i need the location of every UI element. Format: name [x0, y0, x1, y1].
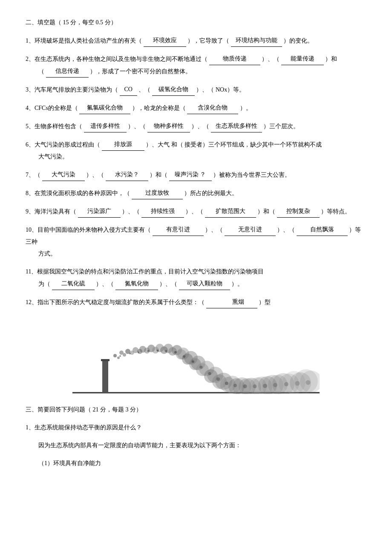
q6-continuation: 大气污染。 — [26, 151, 366, 163]
q7-text: 7、（ 大气污染 ）、（ 水污染？ ）和（ 噪声污染 ？ ）被称为当今世界三大公… — [26, 172, 291, 178]
q11-text: 11、根据我国空气污染的特点和污染防治工作的重点，目前计入空气污染指数的污染物项… — [26, 268, 264, 275]
s3q1-answer-text: 因为生态系统内部具有一定限度的自动调节能力，主要表现为以下两个方面： — [38, 442, 241, 449]
svg-point-60 — [216, 377, 220, 381]
section3-q1-sub1: （1）环境具有自净能力 — [38, 457, 366, 469]
question-6: 6、大气污染的形成过程由（ 排放源 ）、大气 和（ 接受者）三个环节组成，缺少其… — [26, 138, 366, 163]
svg-point-56 — [183, 355, 185, 358]
q5-text: 5、生物多样性包含（ 遗传多样性 ）、（ 物种多样性 ）、（ 生态系统多样性 ）… — [26, 123, 299, 129]
q1-text: 1、环境破坏是指人类社会活动产生的有关（ 环境效应 ），它导致了（ 环境结构与功… — [26, 37, 313, 44]
q10-text: 10、目前中国面临的外来物种入侵方式主要有（ 有意引进 ）、（ 无意引进 ）、（… — [26, 227, 361, 245]
svg-point-69 — [306, 380, 311, 385]
svg-point-66 — [273, 383, 277, 387]
svg-rect-1 — [102, 360, 108, 393]
question-11: 11、根据我国空气污染的特点和污染防治工作的重点，目前计入空气污染指数的污染物项… — [26, 266, 366, 290]
q2-continuation: （ 信息传递 ），形成了一个密不可分的自然整体。 — [26, 65, 366, 78]
svg-point-63 — [243, 385, 247, 388]
section2-title: 二、填空题（ 15 分，每空 0.5 分） — [26, 17, 366, 28]
svg-point-65 — [263, 384, 267, 388]
question-7: 7、（ 大气污染 ）、（ 水污染？ ）和（ 噪声污染 ？ ）被称为当今世界三大公… — [26, 169, 366, 181]
question-2: 2、在生态系统内，各种生物之间以及生物与非生物之间不断地通过（ 物质传递 ）、（… — [26, 53, 366, 78]
smoke-diagram-container — [72, 315, 320, 394]
svg-point-54 — [165, 350, 167, 352]
q10-continuation: 方式。 — [26, 248, 366, 260]
question-9: 9、海洋污染具有（ 污染源广 ）、（ 持续性强 ）、（ 扩散范围大 ）和（ 控制… — [26, 205, 366, 218]
svg-point-57 — [192, 360, 194, 363]
svg-point-50 — [129, 353, 131, 354]
q6-text: 6、大气污染的形成过程由（ 排放源 ）、大气 和（ 接受者）三个环节组成，缺少其… — [26, 141, 322, 148]
question-4: 4、CFCs的全称是（ 氟氯碳化合物 ），哈龙的全称是（ 含溴化合物 ）。 — [26, 102, 366, 114]
s3q1-text: 1、生态系统能保持动态平衡的原因是什么？ — [26, 424, 142, 431]
svg-point-68 — [295, 381, 300, 386]
question-1: 1、环境破坏是指人类社会活动产生的有关（ 环境效应 ），它导致了（ 环境结构与功… — [26, 35, 366, 47]
svg-point-61 — [225, 382, 228, 385]
svg-point-49 — [119, 355, 121, 357]
section3-q1: 1、生态系统能保持动态平衡的原因是什么？ — [26, 422, 366, 434]
svg-point-58 — [200, 366, 203, 369]
svg-point-53 — [157, 350, 159, 352]
svg-point-67 — [284, 382, 288, 386]
svg-point-62 — [233, 384, 237, 387]
smoke-diagram-svg — [72, 315, 320, 394]
svg-point-28 — [130, 351, 134, 355]
s3q1-sub1-text: （1）环境具有自净能力 — [38, 460, 101, 466]
q4-text: 4、CFCs的全称是（ 氟氯碳化合物 ），哈龙的全称是（ 含溴化合物 ）。 — [26, 105, 252, 111]
question-8: 8、在荒漠化面积形成的各种原因中，（ 过度放牧 ）所占的比例最大。 — [26, 187, 366, 199]
q12-text: 12、指出下图所示的大气稳定度与烟流扩散的关系属于什么类型：（ 熏烟 ）型 — [26, 299, 271, 305]
svg-point-27 — [123, 353, 126, 357]
q9-text: 9、海洋污染具有（ 污染源广 ）、（ 持续性强 ）、（ 扩散范围大 ）和（ 控制… — [26, 208, 351, 215]
svg-point-59 — [208, 372, 211, 375]
section3-q1-answer: 因为生态系统内部具有一定限度的自动调节能力，主要表现为以下两个方面： — [38, 440, 366, 451]
svg-point-64 — [253, 385, 257, 388]
q3-text: 3、汽车尾气排放的主要污染物为（ CO 、（ 碳氢化合物 ）、（ NOx）等。 — [26, 86, 245, 93]
q11-continuation: 为（ 二氧化硫 ）、（ 氮氧化物 ）、（ 可吸入颗粒物 ）。 — [26, 278, 366, 290]
question-3: 3、汽车尾气排放的主要污染物为（ CO 、（ 碳氢化合物 ）、（ NOx）等。 — [26, 83, 366, 96]
svg-point-29 — [137, 349, 142, 354]
q2-text: 2、在生态系统内，各种生物之间以及生物与非生物之间不断地通过（ 物质传递 ）、（… — [26, 56, 337, 62]
svg-point-3 — [113, 354, 117, 357]
svg-point-51 — [138, 351, 139, 353]
svg-point-26 — [117, 357, 120, 359]
question-12: 12、指出下图所示的大气稳定度与烟流扩散的关系属于什么类型：（ 熏烟 ）型 — [26, 296, 366, 308]
question-10: 10、目前中国面临的外来物种入侵方式主要有（ 有意引进 ）、（ 无意引进 ）、（… — [26, 224, 366, 260]
svg-point-55 — [174, 351, 177, 354]
section3-title: 三、简要回答下列问题（ 21 分，每题 3 分） — [26, 404, 366, 415]
question-5: 5、生物多样性包含（ 遗传多样性 ）、（ 物种多样性 ）、（ 生态系统多样性 ）… — [26, 120, 366, 132]
svg-rect-2 — [101, 359, 110, 361]
q8-text: 8、在荒漠化面积形成的各种原因中，（ 过度放牧 ）所占的比例最大。 — [26, 190, 238, 196]
svg-point-52 — [147, 350, 150, 352]
